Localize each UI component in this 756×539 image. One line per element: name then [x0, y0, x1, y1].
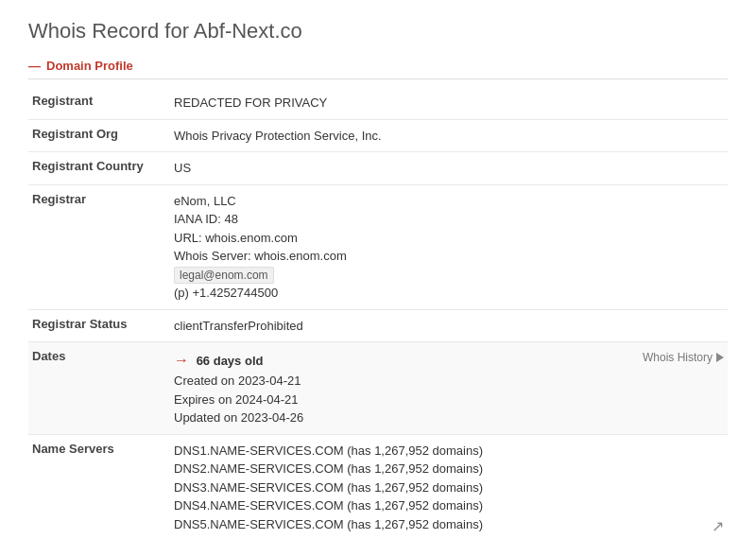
table-row-dates: Dates → 66 days old Whois History Create…: [28, 342, 728, 435]
section-label: Domain Profile: [46, 59, 133, 73]
table-row: Registrar eNom, LLC IANA ID: 48 URL: who…: [28, 184, 728, 309]
whois-history-arrow-icon: [716, 353, 724, 362]
registrant-value: REDACTED FOR PRIVACY: [170, 87, 728, 119]
nameservers-label: Name Servers: [28, 434, 170, 539]
share-icon[interactable]: ↗: [712, 515, 724, 538]
table-row: Registrant Org Whois Privacy Protection …: [28, 119, 728, 152]
table-row: Registrar Status clientTransferProhibite…: [28, 309, 728, 342]
whois-history-link[interactable]: Whois History: [643, 349, 724, 366]
registrar-label: Registrar: [28, 184, 170, 309]
whois-table: Registrant REDACTED FOR PRIVACY Registra…: [28, 87, 728, 539]
table-row-nameservers: Name Servers DNS1.NAME-SERVICES.COM (has…: [28, 434, 728, 539]
page-title: Whois Record for Abf-Next.co: [28, 19, 728, 43]
nameservers-value: DNS1.NAME-SERVICES.COM (has 1,267,952 do…: [170, 434, 728, 539]
red-arrow-icon: →: [174, 352, 189, 368]
registrant-country-label: Registrant Country: [28, 152, 170, 185]
registrant-label: Registrant: [28, 87, 170, 119]
table-row: Registrant REDACTED FOR PRIVACY: [28, 87, 728, 119]
table-row: Registrant Country US: [28, 152, 728, 185]
email-badge[interactable]: legal@enom.com: [174, 267, 274, 284]
dates-value: → 66 days old Whois History Created on 2…: [170, 342, 728, 435]
registrar-value: eNom, LLC IANA ID: 48 URL: whois.enom.co…: [170, 184, 728, 309]
registrar-status-label: Registrar Status: [28, 309, 170, 342]
registrar-status-value: clientTransferProhibited: [170, 309, 728, 342]
section-header: — Domain Profile: [28, 59, 728, 79]
dates-label: Dates: [28, 342, 170, 435]
registrant-country-value: US: [170, 152, 728, 185]
registrant-org-label: Registrant Org: [28, 119, 170, 152]
registrant-org-value: Whois Privacy Protection Service, Inc.: [170, 119, 728, 152]
